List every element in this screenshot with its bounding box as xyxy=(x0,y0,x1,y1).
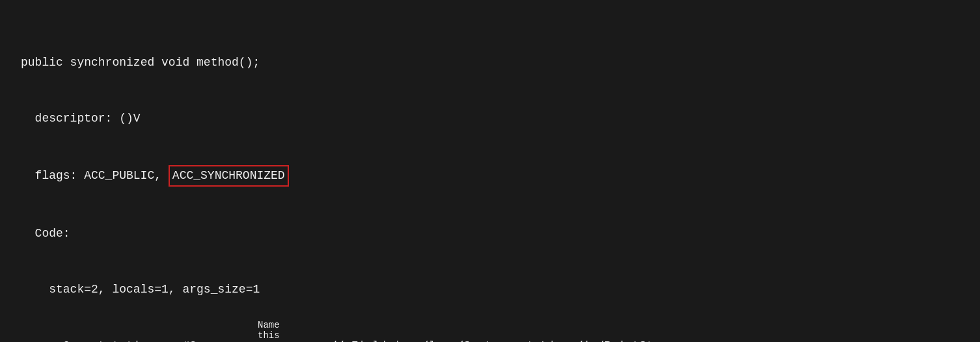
acc-synchronized-badge: ACC_SYNCHRONIZED xyxy=(169,165,289,187)
code-block: public synchronized void method(); descr… xyxy=(0,0,980,342)
line1-text: public synchronized void method(); xyxy=(21,53,260,72)
descriptor-value: ()V xyxy=(119,109,140,128)
name-this-label: Name this xyxy=(255,319,307,342)
code-line-stack: stack=2, locals=1, args_size=1 xyxy=(49,280,959,299)
instr0-comment: // Field java/lang/System.out:Ljava/io/P… xyxy=(330,337,688,342)
code-line-descriptor: descriptor: ()V xyxy=(35,109,959,128)
flags-label: flags: ACC_PUBLIC, xyxy=(35,166,161,185)
stack-info: stack=2, locals=1, args_size=1 xyxy=(49,280,260,299)
descriptor-label: descriptor: xyxy=(35,109,113,128)
code-line-flags: flags: ACC_PUBLIC, ACC_SYNCHRONIZED xyxy=(35,165,959,187)
code-line-code: Code: xyxy=(35,224,959,243)
code-label: Code: xyxy=(35,224,70,243)
code-line-instr0: 0: getstatic #2 // Field java/lang/Syste… xyxy=(21,337,959,342)
code-line-1: public synchronized void method(); xyxy=(21,53,959,72)
